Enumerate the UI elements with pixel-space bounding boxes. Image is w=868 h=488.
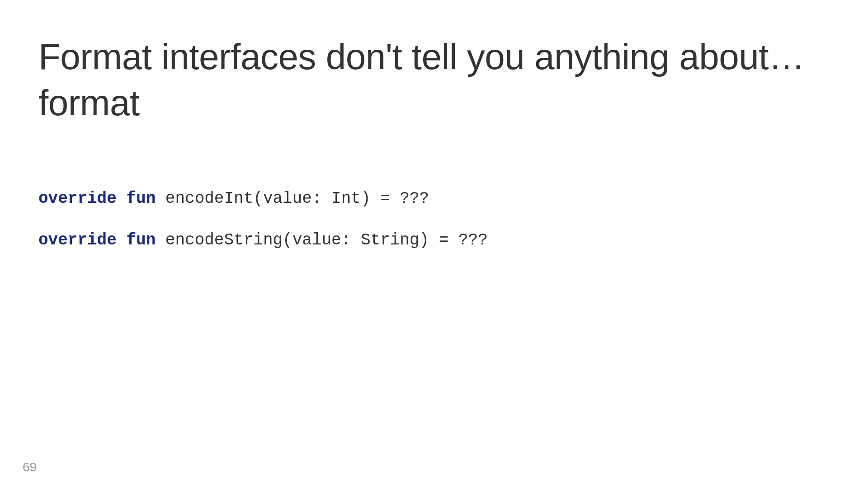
keyword-override-2: override — [38, 231, 117, 249]
code-line-1: override fun encodeInt(value: Int) = ??? — [38, 188, 488, 210]
slide-title: Format interfaces don't tell you anythin… — [38, 34, 868, 127]
code-block: override fun encodeInt(value: Int) = ???… — [38, 188, 488, 271]
page-number: 69 — [23, 460, 37, 474]
space-2 — [117, 231, 127, 249]
space-1 — [117, 189, 127, 208]
keyword-override-1: override — [38, 189, 117, 208]
code-rest-2: encodeString(value: String) = ??? — [156, 231, 488, 249]
keyword-fun-1: fun — [126, 189, 156, 208]
code-line-2: override fun encodeString(value: String)… — [38, 229, 488, 252]
code-rest-1: encodeInt(value: Int) = ??? — [156, 189, 429, 208]
keyword-fun-2: fun — [126, 231, 156, 249]
